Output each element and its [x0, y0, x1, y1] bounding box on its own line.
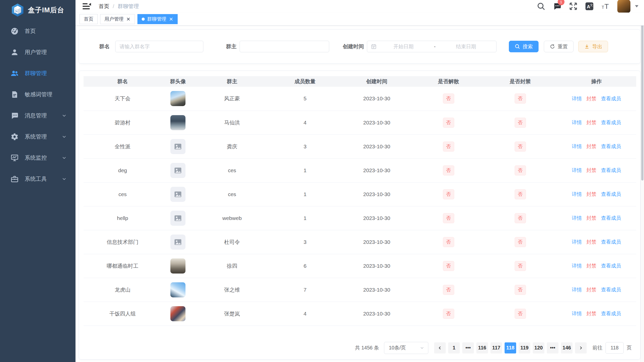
detail-link[interactable]: 详情: [572, 215, 582, 221]
sidebar-item-home[interactable]: 首页: [0, 21, 75, 42]
breadcrumb-current: 群聊管理: [118, 3, 139, 10]
sidebar-item-group-management[interactable]: 群聊管理: [0, 63, 75, 84]
tags-view-bar: 首页 用户管理 群聊管理: [75, 13, 644, 26]
next-page-button[interactable]: [575, 342, 587, 353]
detail-link[interactable]: 详情: [572, 239, 582, 245]
detail-link[interactable]: 详情: [572, 119, 582, 126]
sidebar-item-system-monitor[interactable]: 系统监控: [0, 147, 75, 168]
detail-link[interactable]: 详情: [572, 95, 582, 102]
font-size-icon[interactable]: TT: [601, 2, 610, 11]
detail-link[interactable]: 详情: [572, 167, 582, 174]
close-icon[interactable]: [169, 17, 173, 21]
ban-link[interactable]: 封禁: [586, 310, 596, 317]
group-owner: ces: [194, 158, 270, 182]
prev-page-button[interactable]: [434, 342, 446, 353]
user-icon: [11, 48, 19, 56]
tab-label: 用户管理: [104, 16, 124, 22]
group-owner-input[interactable]: [240, 41, 329, 52]
detail-link[interactable]: 详情: [572, 310, 582, 317]
goto-page-input[interactable]: [605, 342, 624, 354]
search-button[interactable]: 搜索: [509, 41, 539, 52]
page-button[interactable]: 119: [519, 342, 530, 353]
detail-link[interactable]: 详情: [572, 143, 582, 150]
ban-link[interactable]: 封禁: [586, 167, 596, 174]
messages-button[interactable]: 1: [553, 2, 561, 11]
page-button[interactable]: 116: [476, 342, 488, 353]
table-row: 哪都通临时工 徐四 6 2023-10-30 否 否 详情封禁查看成员: [84, 254, 636, 278]
fullscreen-icon[interactable]: [569, 2, 578, 11]
banned-badge: 否: [515, 285, 526, 295]
breadcrumb-home[interactable]: 首页: [99, 3, 109, 10]
tab-home[interactable]: 首页: [80, 14, 98, 24]
view-members-link[interactable]: 查看成员: [601, 119, 621, 126]
tab-group-management[interactable]: 群聊管理: [137, 14, 178, 24]
ban-link[interactable]: 封禁: [586, 215, 596, 221]
dissolved-badge: 否: [443, 213, 454, 223]
detail-link[interactable]: 详情: [572, 191, 582, 198]
page-ellipsis[interactable]: •••: [462, 342, 474, 353]
col-group-owner: 群主: [194, 76, 270, 87]
page-ellipsis[interactable]: •••: [547, 342, 558, 353]
view-members-link[interactable]: 查看成员: [601, 95, 621, 102]
user-menu[interactable]: [617, 0, 639, 13]
view-members-link[interactable]: 查看成员: [601, 215, 621, 221]
document-icon: [11, 90, 19, 99]
ban-link[interactable]: 封禁: [586, 119, 596, 126]
date-end-input[interactable]: 结束日期: [439, 43, 493, 50]
view-members-link[interactable]: 查看成员: [601, 143, 621, 150]
scrollbar[interactable]: [640, 13, 644, 362]
ban-link[interactable]: 封禁: [586, 262, 596, 269]
download-icon: [584, 44, 590, 49]
reset-button[interactable]: 重置: [544, 41, 574, 52]
detail-link[interactable]: 详情: [572, 286, 582, 293]
translate-icon[interactable]: A文: [585, 2, 594, 11]
scrollbar-thumb[interactable]: [641, 15, 643, 180]
export-button[interactable]: 导出: [578, 41, 608, 52]
banned-badge: 否: [515, 213, 526, 223]
group-name: 碧游村: [84, 111, 162, 134]
view-members-link[interactable]: 查看成员: [601, 286, 621, 293]
ban-link[interactable]: 封禁: [586, 239, 596, 245]
search-icon[interactable]: [537, 2, 545, 11]
page-size-select[interactable]: 10条/页: [384, 342, 428, 354]
date-start-input[interactable]: 开始日期: [377, 43, 430, 50]
page-button[interactable]: 146: [561, 342, 573, 353]
image-icon: [174, 238, 182, 246]
detail-link[interactable]: 详情: [572, 262, 582, 269]
app-logo[interactable]: 盒子IM后台: [0, 0, 75, 20]
created-time: 2023-10-30: [340, 182, 413, 206]
page-button[interactable]: 117: [490, 342, 502, 353]
view-members-link[interactable]: 查看成员: [601, 239, 621, 245]
dissolved-badge: 否: [443, 94, 454, 104]
ban-link[interactable]: 封禁: [586, 191, 596, 198]
sidebar-fold-icon[interactable]: [83, 3, 91, 10]
ban-link[interactable]: 封禁: [586, 95, 596, 102]
reset-button-label: 重置: [558, 43, 568, 50]
member-count: 1: [270, 206, 340, 230]
sidebar-item-message-management[interactable]: 消息管理: [0, 105, 75, 126]
view-members-link[interactable]: 查看成员: [601, 167, 621, 174]
group-name-input[interactable]: [115, 41, 203, 52]
group-avatar: [170, 115, 185, 130]
group-name: ces: [84, 182, 162, 206]
dissolved-badge: 否: [443, 142, 454, 152]
dissolved-badge: 否: [443, 261, 454, 271]
toolbox-icon: [11, 175, 19, 183]
ban-link[interactable]: 封禁: [586, 286, 596, 293]
sidebar-item-sensitive-words[interactable]: 敏感词管理: [0, 84, 75, 105]
ban-link[interactable]: 封禁: [586, 143, 596, 150]
view-members-link[interactable]: 查看成员: [601, 262, 621, 269]
date-range-picker[interactable]: 开始日期 - 结束日期: [367, 41, 497, 52]
sidebar-item-system-management[interactable]: 系统管理: [0, 126, 75, 147]
sidebar-item-user-management[interactable]: 用户管理: [0, 42, 75, 63]
table-row: 全性派 龚庆 3 2023-10-30 否 否 详情封禁查看成员: [84, 134, 636, 158]
close-icon[interactable]: [126, 17, 131, 21]
tab-user-management[interactable]: 用户管理: [100, 14, 135, 24]
page-button-active[interactable]: 118: [505, 342, 516, 353]
view-members-link[interactable]: 查看成员: [601, 191, 621, 198]
page-button[interactable]: 1: [448, 342, 460, 353]
sidebar-item-system-tools[interactable]: 系统工具: [0, 168, 75, 190]
view-members-link[interactable]: 查看成员: [601, 310, 621, 317]
page-button[interactable]: 120: [533, 342, 544, 353]
table-row: 干饭四人组 张楚岚 4 2023-10-30 否 否 详情封禁查看成员: [84, 302, 636, 326]
